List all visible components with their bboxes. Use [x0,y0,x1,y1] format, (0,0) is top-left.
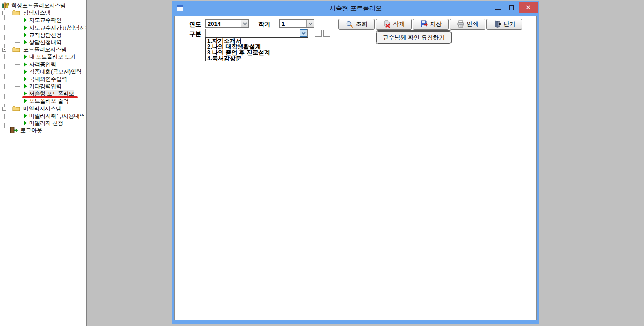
tree-item-label: 내 포트폴리오 보기 [29,54,76,60]
tree-guide-line [15,116,22,116]
request-professor-confirm-label: 교수님께 확인 요청하기 [382,34,445,41]
expand-collapse-toggle[interactable]: - [2,11,6,15]
tree-item-logout[interactable]: 로그아웃 [0,127,86,134]
expand-collapse-toggle[interactable]: - [2,48,6,52]
tree-item-label: 각종대회(공모전)입력 [29,69,82,75]
save-button-label: 저장 [430,20,442,28]
semester-select[interactable]: 1 [279,19,314,28]
folder-icon [12,47,20,54]
tree-folder-mileage-system[interactable]: - 마일리지시스템 [0,105,86,112]
tree-guide-line [15,20,22,20]
tree-item-other-career-input[interactable]: 기타경력입력 [0,83,86,90]
chevron-down-icon[interactable] [306,20,314,27]
desktop: 학생포트폴리오시스템 - 상담시스템 지도교수확인 지도교수시간표/상담신청 교… [0,0,644,326]
tree-item-label: 로그아웃 [20,127,42,133]
save-icon [420,20,428,28]
delete-button[interactable]: 삭제 [376,19,412,30]
tree-guide-line [15,42,22,43]
maximize-icon[interactable] [509,5,514,10]
tree-item-label: 지도교수시간표/상담신청 [29,25,87,31]
request-professor-confirm-button[interactable]: 교수님께 확인 요청하기 [376,31,451,44]
tree-item-label: 기타경력입력 [29,83,62,89]
semester-label: 학기 [258,20,270,29]
dropdown-option[interactable]: 4.독서감상문 [206,55,308,61]
tree-root-student-portfolio-system[interactable]: 학생포트폴리오시스템 [0,2,86,9]
logout-door-icon [10,127,18,135]
category-select[interactable] [205,29,308,37]
print-button-label: 인쇄 [467,20,479,28]
window-content: 연도 학기 구분 2014 1 [174,16,537,320]
year-select[interactable]: 2014 [205,19,249,28]
tree-leaf-arrow-icon [24,77,27,81]
tree-item-advisor-check[interactable]: 지도교수확인 [0,16,86,24]
tree-item-label: 상담신청내역 [29,39,62,45]
print-icon [457,20,465,28]
tree-guide-line [15,79,22,79]
chevron-down-icon[interactable] [241,20,248,27]
tree-guide-line [5,130,9,131]
tree-item-label: 자격증입력 [29,61,56,68]
exit-door-icon [494,20,501,28]
folder-icon [12,106,20,113]
tree-guide-line [15,64,22,65]
tree-item-mileage-request[interactable]: 마일리지 신청 [0,119,86,127]
tree-item-label: 포트폴리오 출력 [29,98,69,104]
tree-leaf-arrow-icon [24,91,27,96]
save-button[interactable]: 저장 [413,19,449,30]
tree-item-portfolio-print[interactable]: 포트폴리오 출력 [0,97,86,104]
tree-guide-line [15,72,22,72]
window-title: 서술형 포트폴리오 [172,5,539,13]
category-label: 구분 [189,30,201,38]
tree-item-descriptive-portfolio[interactable]: 서술형 포트폴리오 [0,90,86,97]
tree-guide-line [15,57,22,57]
tree-item-counsel-request-history[interactable]: 상담신청내역 [0,39,86,46]
search-icon [346,20,353,28]
close-icon[interactable]: ✕ [519,2,538,13]
year-label: 연도 [189,20,201,29]
expand-collapse-toggle[interactable]: - [2,107,6,111]
red-highlight-underline [22,96,78,98]
tree-leaf-arrow-icon [24,99,27,103]
tree-guide-line [15,101,22,101]
tree-leaf-arrow-icon [24,62,27,67]
folder-icon [12,10,20,17]
tree-leaf-arrow-icon [24,69,27,74]
search-button[interactable]: 조회 [338,19,375,30]
tree-guide-line [15,86,22,87]
checkbox-1[interactable] [315,30,322,37]
minimize-icon[interactable] [495,9,501,10]
category-dropdown-list: 1.자기소개서 2.나의 대학생활설계 3.나의 졸업 후 진로설계 4.독서감… [205,37,308,61]
tree-item-mileage-history[interactable]: 마일리지취득/사용내역 [0,112,86,119]
tree-leaf-arrow-icon [24,54,27,59]
books-icon [2,2,10,10]
close-window-button[interactable]: 닫기 [486,19,522,30]
tree-leaf-arrow-icon [24,121,27,125]
tree-guide-line [15,28,22,28]
tree-folder-counseling-system[interactable]: - 상담시스템 [0,9,86,16]
tree-item-advisor-timetable-counsel[interactable]: 지도교수시간표/상담신청 [0,24,86,31]
print-button[interactable]: 인쇄 [450,19,485,30]
tree-item-label: 포트폴리오시스템 [23,46,67,53]
delete-button-label: 삭제 [393,20,405,28]
tree-leaf-arrow-icon [24,40,27,44]
tree-item-teaching-counsel-request[interactable]: 교직상담신청 [0,31,86,39]
tree-item-label: 마일리지 신청 [29,120,63,126]
tree-leaf-arrow-icon [24,84,27,89]
window-titlebar[interactable]: 서술형 포트폴리오 ✕ [172,1,539,16]
tree-item-training-input[interactable]: 국내외연수입력 [0,75,86,83]
tree-item-label: 학생포트폴리오시스템 [11,2,66,9]
tree-item-label: 상담시스템 [23,10,50,16]
tree-guide-line [15,123,22,123]
tree-item-certificate-input[interactable]: 자격증입력 [0,61,86,68]
close-window-button-label: 닫기 [504,20,515,28]
tree-guide-line [15,35,22,35]
tree-leaf-arrow-icon [24,114,27,118]
tree-leaf-arrow-icon [24,33,27,37]
tree-item-contest-input[interactable]: 각종대회(공모전)입력 [0,68,86,75]
tree-leaf-arrow-icon [24,25,27,30]
chevron-down-icon[interactable] [300,29,307,37]
tree-item-my-portfolio-view[interactable]: 내 포트폴리오 보기 [0,53,86,60]
tree-item-label: 국내외연수입력 [29,76,67,82]
tree-folder-portfolio-system[interactable]: - 포트폴리오시스템 [0,46,86,53]
checkbox-2[interactable] [323,30,330,37]
